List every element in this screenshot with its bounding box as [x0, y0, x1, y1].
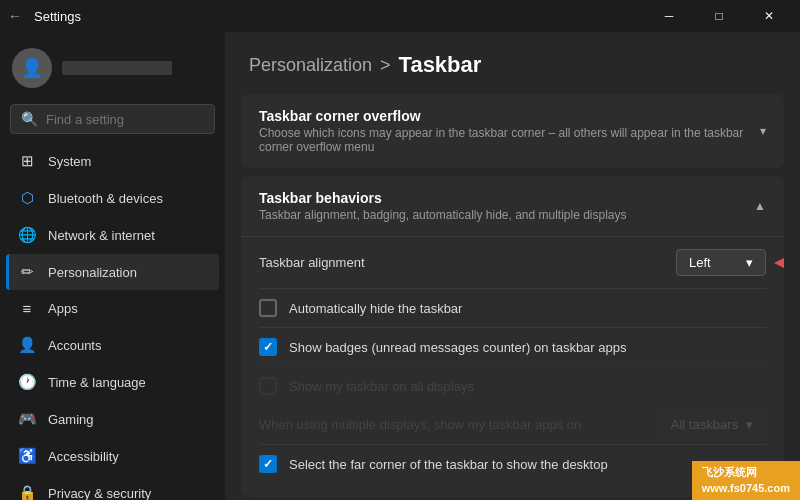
- accessibility-icon: ♿: [18, 447, 36, 465]
- corner-overflow-title: Taskbar corner overflow: [259, 108, 760, 124]
- auto-hide-row: Automatically hide the taskbar: [259, 288, 766, 327]
- sidebar-item-label: Accounts: [48, 338, 101, 353]
- main-content: Personalization > Taskbar Taskbar corner…: [225, 32, 800, 500]
- back-icon[interactable]: ←: [8, 8, 22, 24]
- titlebar-left: ← Settings: [8, 8, 81, 24]
- corner-overflow-section: Taskbar corner overflow Choose which ico…: [241, 94, 784, 168]
- behaviors-subtitle: Taskbar alignment, badging, automaticall…: [259, 208, 627, 222]
- red-arrow-annotation: [774, 252, 784, 274]
- alignment-dropdown[interactable]: Left ▾: [676, 249, 766, 276]
- all-displays-label: Show my taskbar on all displays: [289, 379, 474, 394]
- search-box[interactable]: 🔍: [10, 104, 215, 134]
- sidebar-item-label: Gaming: [48, 412, 94, 427]
- multi-display-chevron: ▾: [746, 417, 753, 432]
- behaviors-header[interactable]: Taskbar behaviors Taskbar alignment, bad…: [241, 176, 784, 236]
- accounts-icon: 👤: [18, 336, 36, 354]
- sidebar: 👤 🔍 ⊞ System ⬡ Bluetooth & devices 🌐 Net…: [0, 32, 225, 500]
- sidebar-item-accessibility[interactable]: ♿ Accessibility: [6, 438, 219, 474]
- sidebar-item-network[interactable]: 🌐 Network & internet: [6, 217, 219, 253]
- app-container: 👤 🔍 ⊞ System ⬡ Bluetooth & devices 🌐 Net…: [0, 32, 800, 500]
- alignment-label: Taskbar alignment: [259, 255, 365, 270]
- search-input[interactable]: [46, 112, 204, 127]
- privacy-icon: 🔒: [18, 484, 36, 500]
- sidebar-item-label: Privacy & security: [48, 486, 151, 501]
- gaming-icon: 🎮: [18, 410, 36, 428]
- sidebar-item-accounts[interactable]: 👤 Accounts: [6, 327, 219, 363]
- search-icon: 🔍: [21, 111, 38, 127]
- all-displays-checkbox: [259, 377, 277, 395]
- alignment-row: Taskbar alignment Left ▾: [259, 237, 766, 288]
- behaviors-chevron: ▲: [754, 199, 766, 213]
- system-icon: ⊞: [18, 152, 36, 170]
- multi-display-row: When using multiple displays, show my ta…: [259, 405, 766, 444]
- personalization-icon: ✏: [18, 263, 36, 281]
- network-icon: 🌐: [18, 226, 36, 244]
- close-button[interactable]: ✕: [746, 0, 792, 32]
- sidebar-item-label: System: [48, 154, 91, 169]
- alignment-value: Left: [689, 255, 711, 270]
- time-icon: 🕐: [18, 373, 36, 391]
- far-corner-row: Select the far corner of the taskbar to …: [259, 444, 766, 483]
- sidebar-item-label: Time & language: [48, 375, 146, 390]
- apps-icon: ≡: [18, 300, 36, 317]
- badges-label: Show badges (unread messages counter) on…: [289, 340, 626, 355]
- titlebar-title: Settings: [34, 9, 81, 24]
- badges-row: Show badges (unread messages counter) on…: [259, 327, 766, 366]
- sidebar-item-system[interactable]: ⊞ System: [6, 143, 219, 179]
- bluetooth-icon: ⬡: [18, 189, 36, 207]
- multi-display-dropdown: All taskbars ▾: [658, 411, 766, 438]
- sidebar-item-time[interactable]: 🕐 Time & language: [6, 364, 219, 400]
- corner-overflow-chevron: ▾: [760, 124, 766, 138]
- sidebar-item-label: Bluetooth & devices: [48, 191, 163, 206]
- breadcrumb-separator: >: [380, 55, 391, 76]
- sidebar-item-privacy[interactable]: 🔒 Privacy & security: [6, 475, 219, 500]
- page-header: Personalization > Taskbar: [225, 32, 800, 94]
- sidebar-item-personalization[interactable]: ✏ Personalization: [6, 254, 219, 290]
- nav-list: ⊞ System ⬡ Bluetooth & devices 🌐 Network…: [0, 142, 225, 500]
- sidebar-item-label: Accessibility: [48, 449, 119, 464]
- watermark: 飞沙系统网www.fs0745.com: [692, 461, 800, 500]
- behaviors-title: Taskbar behaviors: [259, 190, 627, 206]
- corner-overflow-subtitle: Choose which icons may appear in the tas…: [259, 126, 760, 154]
- multi-display-label: When using multiple displays, show my ta…: [259, 417, 581, 432]
- far-corner-label: Select the far corner of the taskbar to …: [289, 457, 608, 472]
- all-displays-row: Show my taskbar on all displays: [259, 366, 766, 405]
- sidebar-item-label: Apps: [48, 301, 78, 316]
- corner-overflow-header[interactable]: Taskbar corner overflow Choose which ico…: [241, 94, 784, 168]
- titlebar: ← Settings ─ □ ✕: [0, 0, 800, 32]
- breadcrumb-current: Taskbar: [399, 52, 482, 78]
- sidebar-item-label: Personalization: [48, 265, 137, 280]
- behaviors-body: Taskbar alignment Left ▾: [241, 236, 784, 497]
- auto-hide-label: Automatically hide the taskbar: [289, 301, 462, 316]
- sidebar-item-bluetooth[interactable]: ⬡ Bluetooth & devices: [6, 180, 219, 216]
- alignment-dropdown-chevron: ▾: [746, 255, 753, 270]
- sidebar-item-apps[interactable]: ≡ Apps: [6, 291, 219, 326]
- minimize-button[interactable]: ─: [646, 0, 692, 32]
- avatar: 👤: [12, 48, 52, 88]
- user-section: 👤: [0, 32, 225, 100]
- multi-display-value: All taskbars: [671, 417, 738, 432]
- titlebar-controls: ─ □ ✕: [646, 0, 792, 32]
- user-name-bar: [62, 61, 172, 75]
- sidebar-item-gaming[interactable]: 🎮 Gaming: [6, 401, 219, 437]
- behaviors-section: Taskbar behaviors Taskbar alignment, bad…: [241, 176, 784, 497]
- far-corner-checkbox[interactable]: [259, 455, 277, 473]
- badges-checkbox[interactable]: [259, 338, 277, 356]
- sidebar-item-label: Network & internet: [48, 228, 155, 243]
- breadcrumb-parent[interactable]: Personalization: [249, 55, 372, 76]
- maximize-button[interactable]: □: [696, 0, 742, 32]
- auto-hide-checkbox[interactable]: [259, 299, 277, 317]
